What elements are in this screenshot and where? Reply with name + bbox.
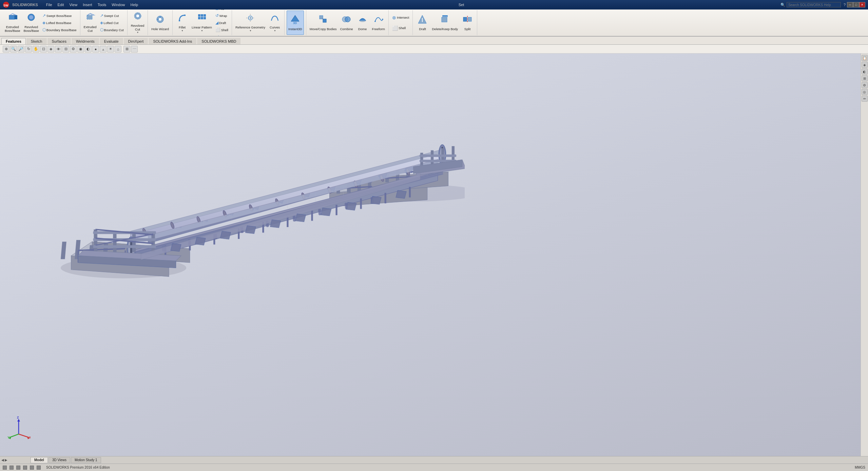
- ribbon-group-reference: Reference Geometry ▼ Curves ▼: [232, 10, 285, 35]
- boundary-boss-btn[interactable]: ⬡ Boundary Boss/Base: [41, 26, 78, 33]
- wrap-btn[interactable]: ↺ Wrap: [214, 12, 230, 19]
- zoom-to-fit-btn[interactable]: ⊕: [3, 46, 9, 53]
- hide-show-btn[interactable]: 👁: [55, 46, 62, 53]
- lofted-boss-btn[interactable]: ◈ Lofted Boss/Base: [41, 19, 78, 26]
- instant3d-btn[interactable]: 3D Instant3D: [287, 11, 304, 35]
- swept-boss-icon: ↗: [42, 13, 46, 18]
- rotate-view-btn[interactable]: ↻: [25, 46, 32, 53]
- tab-addins[interactable]: SOLIDWORKS Add-Ins: [149, 38, 196, 44]
- combine-btn[interactable]: Combine: [339, 11, 354, 35]
- dome-btn[interactable]: Dome: [355, 11, 370, 35]
- swept-boss-btn[interactable]: ↗ Swept Boss/Base: [41, 12, 78, 19]
- boundary-boss-label: Boundary Boss/Base: [46, 28, 77, 32]
- pan-btn[interactable]: ✋: [33, 46, 39, 53]
- shell-feature-btn[interactable]: ⬜ Shell: [391, 23, 410, 33]
- shell-btn[interactable]: ⬜ Shell: [214, 26, 230, 33]
- normal-to-btn[interactable]: ⊞: [123, 46, 130, 53]
- tab-dimxpert[interactable]: DimXpert: [124, 38, 148, 44]
- view-settings-btn[interactable]: ⚙: [70, 46, 77, 53]
- combine-icon: [342, 15, 351, 26]
- side-btn-3[interactable]: ◐: [862, 68, 868, 75]
- search-input[interactable]: [787, 2, 841, 7]
- extruded-boss-btn[interactable]: Extruded Boss/Base: [3, 11, 21, 35]
- help-icon[interactable]: ?: [844, 3, 846, 7]
- svg-marker-8: [87, 13, 95, 15]
- intersect-col: ⊗ Intersect ⬜ Shell: [391, 13, 410, 33]
- menu-window[interactable]: Window: [109, 2, 128, 7]
- bottom-tab-motion[interactable]: Motion Study 1: [71, 457, 101, 463]
- svg-marker-183: [270, 220, 281, 228]
- extruded-cut-btn[interactable]: Extruded Cut: [82, 11, 98, 35]
- menu-view[interactable]: View: [66, 2, 80, 7]
- ribbon-group-delete: Draft Delete/Keep Body Split: [413, 10, 477, 35]
- side-btn-6[interactable]: ◎: [862, 89, 868, 95]
- restore-btn[interactable]: □: [853, 2, 859, 7]
- ribbon-group-cut: Extruded Cut ↗ Swept Cut ◈ Lofted Cut ⬡ …: [80, 10, 128, 35]
- menu-help[interactable]: Help: [128, 2, 141, 7]
- perspective-btn[interactable]: ⟁: [100, 46, 107, 53]
- section-view-btn[interactable]: ⊟: [62, 46, 69, 53]
- bottom-tab-model[interactable]: Model: [31, 457, 48, 463]
- tab-weldments[interactable]: Weldments: [72, 38, 99, 44]
- extruded-cut-label: Extruded Cut: [84, 25, 97, 33]
- lighting-btn[interactable]: ☀: [107, 46, 114, 53]
- side-btn-1[interactable]: 📋: [862, 55, 868, 61]
- view-orientation-btn[interactable]: ⊡: [40, 46, 47, 53]
- units-label: MMGS: [855, 466, 865, 469]
- mirror-btn[interactable]: ⊣ Mirror: [214, 34, 230, 37]
- boundary-cut-icon: ⬡: [100, 27, 103, 32]
- swept-cut-btn[interactable]: ↗ Swept Cut: [99, 12, 125, 19]
- zoom-in-btn[interactable]: 🔍: [10, 46, 17, 53]
- fillet-btn[interactable]: Fillet ▼: [175, 11, 190, 35]
- curves-dropdown: ▼: [274, 29, 276, 32]
- move-copy-bodies-btn[interactable]: Move/Copy Bodies: [308, 11, 338, 35]
- reference-geometry-btn[interactable]: Reference Geometry ▼: [234, 11, 267, 35]
- ambient-occlusion-btn[interactable]: ●: [92, 46, 99, 53]
- app-name-label: SOLIDWORKS: [12, 3, 38, 7]
- menu-insert[interactable]: Insert: [80, 2, 95, 7]
- menu-edit[interactable]: Edit: [55, 2, 67, 7]
- display-style-btn[interactable]: ◈: [47, 46, 54, 53]
- revolved-cut-dropdown: ▼: [137, 31, 139, 34]
- bottom-tab-3dviews[interactable]: 3D Views: [49, 457, 70, 463]
- rib-btn[interactable]: ⊟ Rib: [214, 9, 230, 12]
- revolved-cut-icon: [133, 11, 142, 23]
- hole-wizard-btn[interactable]: Hole Wizard: [150, 11, 170, 35]
- shadows-btn[interactable]: ◐: [85, 46, 92, 53]
- boundary-cut-btn[interactable]: ⬡ Boundary Cut: [99, 26, 125, 33]
- tab-surfaces[interactable]: Surfaces: [47, 38, 71, 44]
- nav-right-btn[interactable]: ▶: [5, 458, 7, 462]
- tab-features[interactable]: Features: [1, 38, 26, 44]
- tab-evaluate[interactable]: Evaluate: [100, 38, 123, 44]
- close-btn[interactable]: ✕: [859, 2, 865, 7]
- side-btn-2[interactable]: ◈: [862, 62, 868, 68]
- realview-btn[interactable]: ◉: [77, 46, 84, 53]
- rib-label: Rib: [219, 9, 224, 11]
- lofted-cut-btn[interactable]: ◈ Lofted Cut: [99, 19, 125, 26]
- extruded-boss-icon: [8, 13, 17, 24]
- zoom-out-btn[interactable]: 🔎: [18, 46, 24, 53]
- freeform-btn[interactable]: Freeform: [371, 11, 387, 35]
- side-btn-5[interactable]: ⚙: [862, 82, 868, 88]
- linear-pattern-btn[interactable]: Linear Pattern ▼: [190, 11, 213, 35]
- menu-file[interactable]: File: [43, 2, 55, 7]
- revolved-cut-btn[interactable]: Revolved Cut ▼: [130, 11, 146, 35]
- tab-sketch[interactable]: Sketch: [26, 38, 47, 44]
- minimize-btn[interactable]: ─: [847, 2, 853, 7]
- nav-left-btn[interactable]: ◀: [1, 458, 4, 462]
- delete-keep-body-btn[interactable]: Delete/Keep Body: [430, 11, 459, 35]
- scene-btn[interactable]: ⌂: [115, 46, 121, 53]
- more-view-btn[interactable]: ⋯: [131, 46, 138, 53]
- side-btn-4[interactable]: ⊞: [862, 75, 868, 81]
- menu-tools[interactable]: Tools: [95, 2, 109, 7]
- tab-mbd[interactable]: SOLIDWORKS MBD: [197, 38, 240, 44]
- draft-feature-btn[interactable]: Draft: [415, 11, 430, 35]
- ribbon-group-fillet: Fillet ▼ Linear Pattern ▼ ⊟ Rib ↺ Wrap ◢…: [173, 10, 232, 35]
- curves-btn[interactable]: Curves ▼: [267, 11, 282, 35]
- revolved-boss-btn[interactable]: Revolved Boss/Base: [22, 11, 40, 35]
- ribbon-group-intersect: ⊗ Intersect ⬜ Shell: [389, 10, 413, 35]
- side-btn-7[interactable]: ✏: [862, 96, 868, 102]
- intersect-btn[interactable]: ⊗ Intersect: [391, 13, 410, 23]
- split-btn[interactable]: Split: [460, 11, 475, 35]
- draft-btn[interactable]: ◢ Draft: [214, 19, 230, 26]
